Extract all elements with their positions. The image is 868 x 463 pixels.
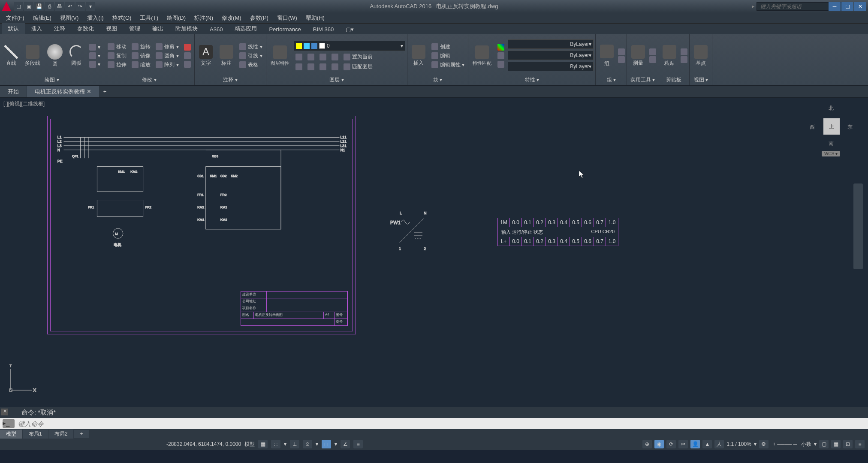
ribbon-tab-featured[interactable]: 精选应用 — [229, 23, 263, 34]
sb-icon-9[interactable]: ▦ — [831, 440, 841, 448]
menu-view[interactable]: 视图(V) — [56, 13, 83, 23]
menu-window[interactable]: 窗口(W) — [273, 13, 301, 23]
draw-small-3[interactable]: ▾ — [87, 60, 102, 68]
create-block-button[interactable]: 创建 — [430, 43, 466, 51]
ribbon-tab-bim360[interactable]: BIM 360 — [307, 24, 340, 34]
qat-save-icon[interactable]: 💾 — [34, 2, 44, 11]
qat-new-icon[interactable]: ▢ — [14, 2, 23, 11]
menu-insert[interactable]: 插入(I) — [83, 13, 108, 23]
menu-help[interactable]: 帮助(H) — [301, 13, 329, 23]
layout-tab-2[interactable]: 布局2 — [48, 430, 74, 439]
line-button[interactable]: 直线 — [2, 45, 21, 67]
paste-button[interactable]: 粘贴 — [660, 45, 679, 67]
sb-icon-10[interactable]: ⊡ — [843, 440, 853, 448]
viewcube-e[interactable]: 东 — [847, 123, 853, 131]
otrack-icon[interactable]: ∠ — [341, 440, 350, 448]
panel-props-title[interactable]: 特性 ▾ — [470, 75, 594, 84]
sb-icon-8[interactable]: ▢ — [819, 440, 829, 448]
command-prompt-icon[interactable]: ▸_ — [3, 419, 15, 428]
ribbon-tab-view[interactable]: 视图 — [100, 23, 123, 34]
units-label[interactable]: 小数 — [801, 441, 811, 448]
space-label[interactable]: 模型 — [244, 441, 255, 448]
layerstate-2[interactable] — [306, 53, 316, 61]
panel-draw-title[interactable]: 绘图 ▾ — [2, 75, 102, 84]
command-input[interactable] — [18, 420, 865, 427]
ribbon-tab-a360[interactable]: A360 — [204, 24, 229, 34]
dim-button[interactable]: 标注 — [217, 45, 236, 67]
menu-tools[interactable]: 工具(T) — [136, 13, 163, 23]
propline-icon[interactable] — [496, 60, 506, 68]
menu-param[interactable]: 参数(P) — [246, 13, 273, 23]
ribbon-tab-perf[interactable]: Performance — [263, 24, 307, 34]
menu-edit[interactable]: 编辑(E) — [29, 13, 56, 23]
copy-icon[interactable] — [681, 56, 687, 63]
sb-icon-2[interactable]: ◉ — [654, 440, 664, 448]
menu-file[interactable]: 文件(F) — [2, 13, 29, 23]
stretch-button[interactable]: 拉伸 — [106, 61, 128, 69]
grid-icon[interactable]: ▦ — [258, 440, 268, 448]
osnap-icon[interactable]: ◻ — [322, 440, 331, 448]
ribbon-tab-manage[interactable]: 管理 — [123, 23, 146, 34]
panel-view-title[interactable]: 视图 ▾ — [691, 75, 710, 84]
setcurrent-button[interactable]: 置为当前 — [342, 53, 374, 61]
group-icon-2[interactable] — [618, 56, 625, 63]
draw-small-1[interactable]: ▾ — [87, 43, 102, 51]
modify-extra-2[interactable] — [182, 52, 193, 60]
sb-icon-3[interactable]: ⟳ — [666, 440, 676, 448]
viewport-label[interactable]: [-][俯视][二维线框] — [3, 100, 45, 108]
menu-modify[interactable]: 修改(M) — [217, 13, 246, 23]
panel-annotate-title[interactable]: 注释 ▾ — [196, 75, 264, 84]
viewcube-s[interactable]: 南 — [829, 140, 834, 147]
draw-small-2[interactable]: ▾ — [87, 52, 102, 60]
menu-format[interactable]: 格式(O) — [108, 13, 136, 23]
ribbon-tab-default[interactable]: 默认 — [2, 23, 25, 34]
sb-gear-icon[interactable]: ⚙ — [759, 440, 769, 448]
sb-icon-6[interactable]: ▲ — [702, 440, 712, 448]
layerstate-7[interactable] — [318, 63, 328, 71]
cut-icon[interactable] — [681, 48, 687, 55]
customize-icon[interactable]: ≡ — [855, 440, 865, 448]
lineweight-bylayer-dropdown[interactable]: ByLayer ▾ — [508, 51, 594, 60]
ribbon-tab-addon[interactable]: 附加模块 — [169, 23, 204, 34]
doc-tab-start[interactable]: 开始 — [0, 86, 27, 97]
qat-open-icon[interactable]: ▣ — [24, 2, 33, 11]
table-button[interactable]: 表格 — [238, 61, 264, 69]
cmd-close-icon[interactable]: ✕ — [1, 409, 8, 415]
base-button[interactable]: 基点 — [691, 45, 710, 67]
viewcube[interactable]: 北 南 西 东 上 WCS ▾ — [810, 105, 853, 147]
layerstate-3[interactable] — [318, 53, 328, 61]
viewcube-wcs[interactable]: WCS ▾ — [822, 151, 840, 156]
sb-icon-7[interactable]: 人 — [714, 440, 724, 448]
layerprops-button[interactable]: 图层特性 — [268, 45, 292, 66]
annoscale[interactable]: 1:1 / 100% — [726, 441, 751, 447]
circle-button[interactable]: 圆 — [45, 44, 65, 68]
panel-utils-title[interactable]: 实用工具 ▾ — [629, 75, 656, 84]
minimize-button[interactable]: ─ — [829, 2, 841, 11]
qat-dropdown-icon[interactable]: ▾ — [86, 2, 95, 11]
linear-button[interactable]: 线性 ▾ — [238, 43, 264, 51]
panel-clip-title[interactable]: 剪贴板 — [660, 75, 687, 84]
mirror-button[interactable]: 镜像 — [130, 52, 152, 60]
navigation-bar[interactable] — [853, 183, 863, 269]
linetype-bylayer-dropdown[interactable]: ByLayer ▾ — [508, 62, 594, 71]
polar-icon[interactable]: ⊙ — [303, 440, 312, 448]
qat-saveas-icon[interactable]: ⎙ — [45, 2, 54, 11]
proplayer-icon[interactable] — [496, 52, 506, 60]
maximize-button[interactable]: ▢ — [841, 2, 853, 11]
layout-tab-model[interactable]: 模型 — [0, 430, 22, 439]
modify-extra-1[interactable] — [182, 43, 193, 51]
sb-icon-1[interactable]: ⊕ — [642, 440, 652, 448]
trim-button[interactable]: 修剪 ▾ — [154, 43, 181, 51]
group-button[interactable]: 组 ▾组 — [597, 45, 616, 67]
ortho-icon[interactable]: ⊥ — [290, 440, 299, 448]
leader-button[interactable]: 引线 ▾ — [238, 52, 264, 60]
ribbon-tab-extra-icon[interactable]: ▢▾ — [340, 24, 360, 34]
layout-tab-1[interactable]: 布局1 — [23, 430, 48, 439]
matchprops-button[interactable]: 特性匹配 — [470, 45, 494, 66]
layerstate-1[interactable] — [294, 53, 304, 61]
qat-redo-icon[interactable]: ↷ — [75, 2, 85, 11]
ribbon-tab-insert[interactable]: 插入 — [25, 23, 48, 34]
polyline-button[interactable]: 多段线 — [22, 45, 43, 67]
drawing-viewport[interactable]: [-][俯视][二维线框] L1L2 L3N L11L21 L31N1 PE Q… — [0, 98, 868, 407]
menu-dim[interactable]: 标注(N) — [190, 13, 217, 23]
